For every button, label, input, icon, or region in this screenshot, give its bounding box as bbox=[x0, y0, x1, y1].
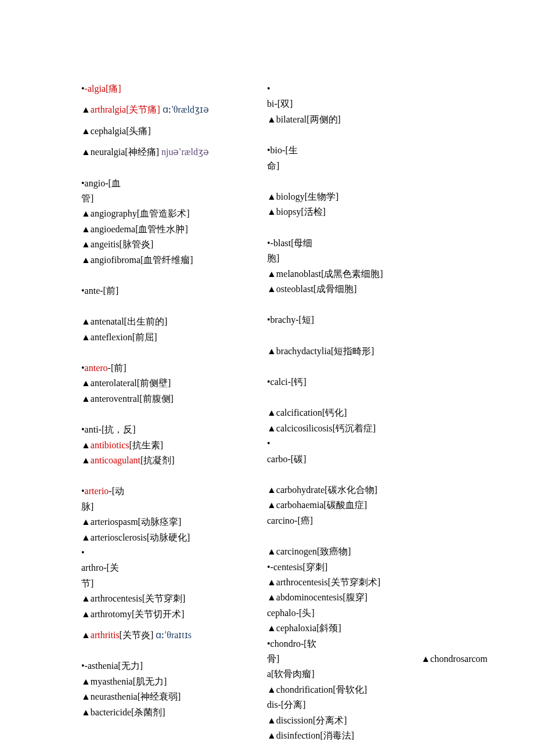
blank-line bbox=[81, 160, 267, 176]
text-line: carbo-[碳] bbox=[267, 452, 488, 467]
text-line: ▲neurasthenia[神经衰弱] bbox=[81, 689, 267, 704]
text-line: ▲carbohydrate[碳水化合物] bbox=[267, 483, 488, 498]
text-segment: ▲chondrosarcom bbox=[421, 651, 488, 667]
text-line: ▲osteoblast[成骨细胞] bbox=[267, 282, 488, 297]
text-segment: njuəˈrældʒə bbox=[161, 147, 209, 157]
text-segment: [关节炎] bbox=[120, 630, 156, 640]
text-segment: antibiotics bbox=[91, 440, 129, 450]
text-line: ▲abdominocentesis[腹穿] bbox=[267, 590, 488, 605]
text-segment: ▲neuralgia[神经痛] bbox=[81, 147, 161, 157]
text-segment: ▲ bbox=[81, 630, 91, 640]
text-line: ▲biopsy[活检] bbox=[267, 204, 488, 219]
text-line: ▲angiofibroma[血管纤维瘤] bbox=[81, 253, 267, 268]
text-segment: -[动 bbox=[109, 486, 124, 496]
text-line: 脉] bbox=[81, 499, 267, 514]
text-line: •calci-[钙] bbox=[267, 375, 488, 390]
text-line: ▲myasthenia[肌无力] bbox=[81, 674, 267, 689]
text-line: ▲arthralgia[关节痛] ɑːˈθrældʒɪə bbox=[81, 102, 267, 117]
text-segment: antero bbox=[85, 363, 108, 373]
text-line: ▲anterolateral[前侧壁] bbox=[81, 376, 267, 391]
blank-line bbox=[267, 174, 488, 189]
text-line: •chondro-[软 bbox=[267, 636, 488, 651]
text-line-wrapped: 骨]▲chondrosarcom bbox=[267, 651, 488, 667]
text-line: ▲arteriosclerosis[动脉硬化] bbox=[81, 530, 267, 545]
text-line: ▲bilateral[两侧的] bbox=[267, 112, 488, 127]
text-line: ▲biology[生物学] bbox=[267, 189, 488, 204]
text-segment: -[前] bbox=[108, 363, 127, 373]
text-line: 胞] bbox=[267, 251, 488, 266]
text-line: ▲arteriospasm[动脉痉挛] bbox=[81, 514, 267, 530]
text-line: ▲carbohaemia[碳酸血症] bbox=[267, 498, 488, 513]
text-line: dis-[分离] bbox=[267, 697, 488, 712]
blank-line bbox=[81, 406, 267, 422]
text-line: ▲arthrotomy[关节切开术] bbox=[81, 607, 267, 622]
text-segment: ɑːˈθrældʒɪə bbox=[163, 105, 209, 114]
blank-line bbox=[267, 390, 488, 405]
text-line: ▲neuralgia[神经痛] njuəˈrældʒə bbox=[81, 145, 267, 160]
blank-line bbox=[267, 127, 488, 143]
text-segment: arthritis bbox=[91, 630, 120, 640]
blank-line bbox=[267, 297, 488, 312]
text-line: ▲anteroventral[前腹侧] bbox=[81, 391, 267, 406]
text-line: ▲melanoblast[成黑色素细胞] bbox=[267, 267, 488, 282]
document-page: •-algia[痛]▲arthralgia[关节痛] ɑːˈθrældʒɪə▲c… bbox=[0, 0, 534, 743]
text-segment: [抗生素] bbox=[129, 440, 164, 450]
text-line: ▲carcinogen[致癌物] bbox=[267, 544, 488, 559]
text-line: arthro-[关 bbox=[81, 560, 267, 575]
blank-line bbox=[81, 345, 267, 361]
text-segment: ▲ bbox=[81, 455, 91, 465]
text-line: •-blast[母细 bbox=[267, 236, 488, 251]
text-line: bi-[双] bbox=[267, 96, 488, 111]
text-line: •antero-[前] bbox=[81, 361, 267, 376]
text-segment: ▲ bbox=[81, 440, 91, 450]
text-line: ▲angioedema[血管性水肿] bbox=[81, 222, 267, 237]
text-segment: arthralgia[关节痛] bbox=[91, 105, 163, 114]
text-line: ▲antenatal[出生前的] bbox=[81, 314, 267, 329]
blank-line bbox=[81, 298, 267, 314]
column-right: •bi-[双]▲bilateral[两侧的]•bio-[生命]▲biology[… bbox=[267, 81, 488, 743]
text-segment: -algia[痛] bbox=[85, 84, 121, 93]
text-line: ▲arthrocentesis[关节穿刺] bbox=[81, 591, 267, 606]
text-line: • bbox=[267, 436, 488, 451]
text-segment: ▲ bbox=[81, 105, 91, 114]
text-line: •anti-[抗，反] bbox=[81, 422, 267, 437]
text-segment: ɑːˈθraɪtɪs bbox=[156, 630, 192, 640]
text-line: ▲cephaloxia[斜颈] bbox=[267, 621, 488, 636]
text-line: 管] bbox=[81, 191, 267, 206]
text-line: • bbox=[81, 545, 267, 560]
text-segment: [抗凝剂] bbox=[140, 455, 175, 465]
text-line: 命] bbox=[267, 159, 488, 174]
text-line: ▲brachydactylia[短指畸形] bbox=[267, 344, 488, 359]
text-line: •angio-[血 bbox=[81, 176, 267, 191]
blank-line-small bbox=[81, 622, 267, 628]
text-line: ▲antibiotics[抗生素] bbox=[81, 438, 267, 453]
text-line: 节] bbox=[81, 576, 267, 591]
text-line: ▲arthrocentesis[关节穿刺术] bbox=[267, 575, 488, 590]
text-line: •-centesis[穿刺] bbox=[267, 560, 488, 575]
blank-line bbox=[267, 220, 488, 236]
blank-line bbox=[267, 528, 488, 544]
text-line: ▲calcicosilicosis[钙沉着症] bbox=[267, 421, 488, 436]
text-line: ▲cephalgia[头痛] bbox=[81, 124, 267, 139]
blank-line bbox=[267, 359, 488, 375]
text-line: ▲chondrification[骨软化] bbox=[267, 682, 488, 697]
text-line: cephalo-[头] bbox=[267, 606, 488, 621]
text-line: ▲anticoagulant[抗凝剂] bbox=[81, 453, 267, 468]
blank-line-small bbox=[81, 139, 267, 145]
text-line: •brachy-[短] bbox=[267, 312, 488, 327]
text-line: ▲discission[分离术] bbox=[267, 713, 488, 728]
text-segment: anticoagulant bbox=[91, 455, 140, 465]
blank-line bbox=[81, 468, 267, 484]
text-line: ▲angeitis[脉管炎] bbox=[81, 237, 267, 252]
text-line: •arterio-[动 bbox=[81, 484, 267, 499]
text-line: •-asthenia[无力] bbox=[81, 658, 267, 674]
text-segment: arterio bbox=[85, 486, 109, 496]
blank-line bbox=[267, 328, 488, 344]
text-line: ▲angiography[血管造影术] bbox=[81, 206, 267, 221]
text-segment: 骨] bbox=[267, 651, 279, 667]
text-line: a[软骨肉瘤] bbox=[267, 667, 488, 682]
column-left: •-algia[痛]▲arthralgia[关节痛] ɑːˈθrældʒɪə▲c… bbox=[81, 81, 267, 743]
text-line: carcino-[癌] bbox=[267, 513, 488, 528]
text-line: ▲anteflexion[前屈] bbox=[81, 330, 267, 345]
text-line: ▲disinfection[消毒法] bbox=[267, 728, 488, 743]
